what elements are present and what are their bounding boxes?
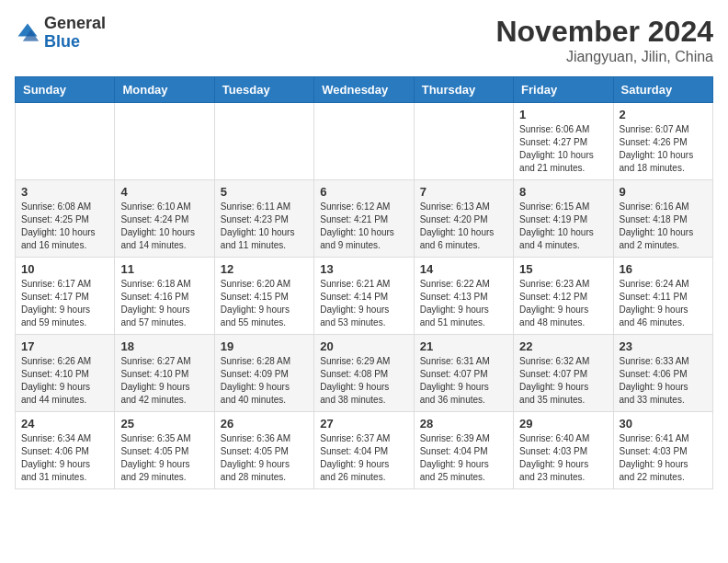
day-number: 15 [519, 262, 607, 276]
calendar-cell [115, 103, 214, 180]
day-number: 13 [320, 262, 407, 276]
day-number: 18 [120, 339, 208, 353]
day-number: 7 [420, 185, 507, 199]
calendar-cell: 27Sunrise: 6:37 AM Sunset: 4:04 PM Dayli… [314, 412, 414, 489]
day-number: 2 [620, 108, 707, 121]
calendar-cell: 30Sunrise: 6:41 AM Sunset: 4:03 PM Dayli… [613, 412, 712, 489]
weekday-header-tuesday: Tuesday [214, 77, 313, 103]
day-number: 26 [221, 417, 308, 431]
week-row-4: 24Sunrise: 6:34 AM Sunset: 4:06 PM Dayli… [16, 412, 713, 489]
calendar-cell [16, 103, 115, 180]
calendar-cell: 1Sunrise: 6:06 AM Sunset: 4:27 PM Daylig… [514, 103, 613, 180]
day-info: Sunrise: 6:26 AM Sunset: 4:10 PM Dayligh… [21, 355, 108, 407]
day-number: 29 [519, 417, 607, 431]
calendar-cell [314, 103, 414, 180]
day-info: Sunrise: 6:39 AM Sunset: 4:04 PM Dayligh… [420, 432, 507, 484]
day-number: 27 [320, 417, 407, 431]
location: Jiangyuan, Jilin, China [495, 49, 713, 65]
day-info: Sunrise: 6:20 AM Sunset: 4:15 PM Dayligh… [221, 278, 308, 329]
page-header: General Blue November 2024 Jiangyuan, Ji… [15, 15, 713, 65]
calendar-cell: 2Sunrise: 6:07 AM Sunset: 4:26 PM Daylig… [613, 103, 712, 180]
calendar-cell: 11Sunrise: 6:18 AM Sunset: 4:16 PM Dayli… [115, 258, 214, 335]
calendar-cell: 22Sunrise: 6:32 AM Sunset: 4:07 PM Dayli… [514, 335, 613, 412]
calendar-cell: 10Sunrise: 6:17 AM Sunset: 4:17 PM Dayli… [16, 258, 115, 335]
day-number: 3 [21, 185, 108, 199]
day-number: 23 [620, 339, 707, 353]
title-block: November 2024 Jiangyuan, Jilin, China [495, 15, 713, 65]
logo-blue: Blue [44, 32, 80, 51]
day-info: Sunrise: 6:33 AM Sunset: 4:06 PM Dayligh… [620, 355, 707, 407]
day-info: Sunrise: 6:15 AM Sunset: 4:19 PM Dayligh… [519, 201, 607, 252]
logo: General Blue [15, 15, 106, 52]
day-info: Sunrise: 6:16 AM Sunset: 4:18 PM Dayligh… [620, 201, 707, 252]
day-info: Sunrise: 6:18 AM Sunset: 4:16 PM Dayligh… [120, 278, 208, 329]
calendar-cell: 9Sunrise: 6:16 AM Sunset: 4:18 PM Daylig… [613, 180, 712, 258]
day-number: 12 [221, 262, 308, 276]
day-info: Sunrise: 6:17 AM Sunset: 4:17 PM Dayligh… [21, 278, 108, 329]
day-info: Sunrise: 6:34 AM Sunset: 4:06 PM Dayligh… [21, 432, 108, 484]
day-number: 17 [21, 339, 108, 353]
day-info: Sunrise: 6:24 AM Sunset: 4:11 PM Dayligh… [620, 278, 707, 329]
calendar-cell: 21Sunrise: 6:31 AM Sunset: 4:07 PM Dayli… [414, 335, 513, 412]
calendar-cell: 17Sunrise: 6:26 AM Sunset: 4:10 PM Dayli… [16, 335, 115, 412]
day-info: Sunrise: 6:23 AM Sunset: 4:12 PM Dayligh… [519, 278, 607, 329]
day-info: Sunrise: 6:11 AM Sunset: 4:23 PM Dayligh… [221, 201, 308, 252]
day-info: Sunrise: 6:36 AM Sunset: 4:05 PM Dayligh… [221, 432, 308, 484]
logo-text: General Blue [44, 15, 106, 52]
week-row-0: 1Sunrise: 6:06 AM Sunset: 4:27 PM Daylig… [16, 103, 713, 180]
calendar-cell: 6Sunrise: 6:12 AM Sunset: 4:21 PM Daylig… [314, 180, 414, 258]
weekday-header-monday: Monday [115, 77, 214, 103]
day-info: Sunrise: 6:08 AM Sunset: 4:25 PM Dayligh… [21, 201, 108, 252]
calendar-cell: 29Sunrise: 6:40 AM Sunset: 4:03 PM Dayli… [514, 412, 613, 489]
calendar-cell: 18Sunrise: 6:27 AM Sunset: 4:10 PM Dayli… [115, 335, 214, 412]
weekday-header-wednesday: Wednesday [314, 77, 414, 103]
calendar-cell: 16Sunrise: 6:24 AM Sunset: 4:11 PM Dayli… [613, 258, 712, 335]
calendar-cell [414, 103, 513, 180]
day-info: Sunrise: 6:41 AM Sunset: 4:03 PM Dayligh… [620, 432, 707, 484]
calendar-cell: 24Sunrise: 6:34 AM Sunset: 4:06 PM Dayli… [16, 412, 115, 489]
calendar-table: SundayMondayTuesdayWednesdayThursdayFrid… [15, 76, 713, 489]
day-info: Sunrise: 6:27 AM Sunset: 4:10 PM Dayligh… [120, 355, 208, 407]
week-row-1: 3Sunrise: 6:08 AM Sunset: 4:25 PM Daylig… [16, 180, 713, 258]
calendar-cell: 8Sunrise: 6:15 AM Sunset: 4:19 PM Daylig… [514, 180, 613, 258]
calendar-cell: 14Sunrise: 6:22 AM Sunset: 4:13 PM Dayli… [414, 258, 513, 335]
day-number: 5 [221, 185, 308, 199]
day-number: 28 [420, 417, 507, 431]
day-info: Sunrise: 6:10 AM Sunset: 4:24 PM Dayligh… [120, 201, 208, 252]
day-info: Sunrise: 6:22 AM Sunset: 4:13 PM Dayligh… [420, 278, 507, 329]
calendar-cell: 3Sunrise: 6:08 AM Sunset: 4:25 PM Daylig… [16, 180, 115, 258]
calendar-cell: 26Sunrise: 6:36 AM Sunset: 4:05 PM Dayli… [214, 412, 313, 489]
weekday-header-sunday: Sunday [16, 77, 115, 103]
weekday-header-row: SundayMondayTuesdayWednesdayThursdayFrid… [16, 77, 713, 103]
day-number: 11 [120, 262, 208, 276]
day-number: 8 [519, 185, 607, 199]
day-number: 19 [221, 339, 308, 353]
calendar-cell: 23Sunrise: 6:33 AM Sunset: 4:06 PM Dayli… [613, 335, 712, 412]
day-number: 20 [320, 339, 407, 353]
calendar-cell: 7Sunrise: 6:13 AM Sunset: 4:20 PM Daylig… [414, 180, 513, 258]
day-info: Sunrise: 6:06 AM Sunset: 4:27 PM Dayligh… [519, 123, 607, 175]
day-info: Sunrise: 6:07 AM Sunset: 4:26 PM Dayligh… [620, 123, 707, 175]
calendar-cell: 12Sunrise: 6:20 AM Sunset: 4:15 PM Dayli… [214, 258, 313, 335]
weekday-header-thursday: Thursday [414, 77, 513, 103]
day-info: Sunrise: 6:37 AM Sunset: 4:04 PM Dayligh… [320, 432, 407, 484]
logo-general: General [44, 14, 106, 32]
day-info: Sunrise: 6:13 AM Sunset: 4:20 PM Dayligh… [420, 201, 507, 252]
day-info: Sunrise: 6:28 AM Sunset: 4:09 PM Dayligh… [221, 355, 308, 407]
calendar-cell: 4Sunrise: 6:10 AM Sunset: 4:24 PM Daylig… [115, 180, 214, 258]
day-info: Sunrise: 6:35 AM Sunset: 4:05 PM Dayligh… [120, 432, 208, 484]
day-info: Sunrise: 6:12 AM Sunset: 4:21 PM Dayligh… [320, 201, 407, 252]
day-info: Sunrise: 6:31 AM Sunset: 4:07 PM Dayligh… [420, 355, 507, 407]
calendar-cell: 15Sunrise: 6:23 AM Sunset: 4:12 PM Dayli… [514, 258, 613, 335]
day-info: Sunrise: 6:40 AM Sunset: 4:03 PM Dayligh… [519, 432, 607, 484]
day-number: 9 [620, 185, 707, 199]
calendar-cell [214, 103, 313, 180]
calendar-cell: 20Sunrise: 6:29 AM Sunset: 4:08 PM Dayli… [314, 335, 414, 412]
weekday-header-saturday: Saturday [613, 77, 712, 103]
day-info: Sunrise: 6:29 AM Sunset: 4:08 PM Dayligh… [320, 355, 407, 407]
calendar-cell: 25Sunrise: 6:35 AM Sunset: 4:05 PM Dayli… [115, 412, 214, 489]
week-row-2: 10Sunrise: 6:17 AM Sunset: 4:17 PM Dayli… [16, 258, 713, 335]
day-number: 16 [620, 262, 707, 276]
day-number: 6 [320, 185, 407, 199]
day-number: 22 [519, 339, 607, 353]
